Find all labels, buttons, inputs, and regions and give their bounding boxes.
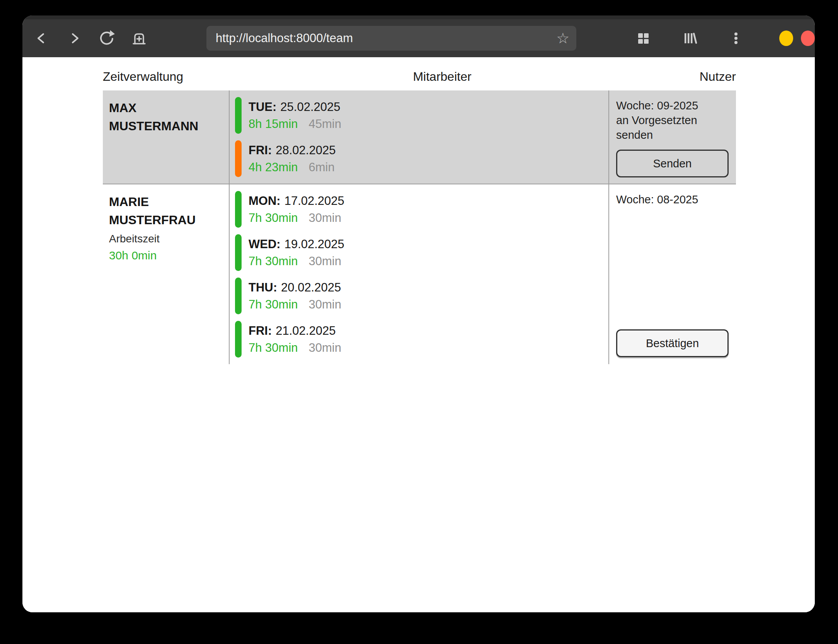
time-entries-cell: MON:17.02.2025 7h 30min30min WED:19.02.2…: [229, 184, 608, 364]
nav-item-zeitverwaltung[interactable]: Zeitverwaltung: [103, 70, 183, 84]
work-time: 7h 30min: [249, 341, 298, 354]
work-time: 7h 30min: [249, 254, 298, 268]
library-icon: [680, 29, 699, 48]
entry-times-line: 4h 23min6min: [249, 159, 336, 176]
worktime-total: 30h 0min: [109, 249, 223, 262]
entry-date: 28.02.2025: [276, 143, 336, 157]
time-entry: TUE:25.02.2025 8h 15min45min: [235, 97, 608, 134]
employee-table: MAX MUSTERMANN TUE:25.02.2025 8h 15min45…: [103, 90, 736, 364]
employee-name-line: MARIE: [109, 193, 223, 211]
entry-text: MON:17.02.2025 7h 30min30min: [249, 191, 344, 228]
break-time: 30min: [309, 298, 341, 311]
forward-button[interactable]: [65, 29, 83, 48]
time-entries-cell: TUE:25.02.2025 8h 15min45min FRI:28.02.2…: [229, 90, 608, 184]
employee-name-line: MUSTERMANN: [109, 117, 223, 135]
entry-day-label: WED:: [249, 237, 281, 251]
table-row-max-mustermann: MAX MUSTERMANN TUE:25.02.2025 8h 15min45…: [103, 90, 736, 184]
entry-date-line: MON:17.02.2025: [249, 193, 344, 210]
week-action-cell: Woche: 09-2025 an Vorgesetzten senden Se…: [608, 90, 736, 184]
url-text[interactable]: http://localhost:8000/team: [216, 31, 552, 45]
break-time: 45min: [309, 117, 341, 131]
table-row-marie-musterfrau: MARIE MUSTERFRAU Arbeitszeit 30h 0min MO…: [103, 184, 736, 364]
entry-times-line: 7h 30min30min: [249, 253, 344, 270]
entry-times-line: 8h 15min45min: [249, 116, 341, 133]
chevron-left-icon: [32, 29, 51, 48]
bookmark-star-icon[interactable]: ☆: [556, 31, 569, 46]
break-time: 6min: [309, 160, 335, 174]
entry-date: 20.02.2025: [281, 281, 341, 294]
week-label: Woche: 09-2025: [616, 98, 729, 113]
entry-day-label: MON:: [249, 194, 281, 208]
time-entry: FRI:21.02.2025 7h 30min30min: [235, 321, 608, 358]
entry-times-line: 7h 30min30min: [249, 210, 344, 227]
employee-name-cell: MARIE MUSTERFRAU Arbeitszeit 30h 0min: [103, 184, 229, 364]
entry-day-label: THU:: [249, 281, 277, 294]
entry-day-label: FRI:: [249, 143, 272, 157]
break-time: 30min: [309, 254, 341, 268]
browser-window: http://localhost:8000/team ☆: [22, 15, 815, 612]
entry-text: FRI:21.02.2025 7h 30min30min: [249, 321, 341, 358]
back-button[interactable]: [32, 29, 51, 48]
new-tab-button[interactable]: [130, 29, 148, 48]
library-button[interactable]: [680, 29, 699, 48]
time-entry: WED:19.02.2025 7h 30min30min: [235, 234, 608, 271]
tab-plus-icon: [130, 29, 148, 48]
address-bar[interactable]: http://localhost:8000/team ☆: [206, 26, 576, 51]
employee-name-cell: MAX MUSTERMANN: [103, 90, 229, 184]
team-page: Zeitverwaltung Mitarbeiter Nutzer MAX MU…: [22, 57, 815, 612]
entry-date: 21.02.2025: [276, 324, 336, 337]
reload-icon: [97, 29, 116, 48]
entry-date: 25.02.2025: [280, 100, 340, 114]
break-time: 30min: [309, 341, 341, 354]
time-entry: FRI:28.02.2025 4h 23min6min: [235, 140, 608, 177]
time-entry: THU:20.02.2025 7h 30min30min: [235, 278, 608, 314]
bestaetigen-button[interactable]: Bestätigen: [616, 329, 729, 357]
browser-toolbar: http://localhost:8000/team ☆: [22, 15, 815, 57]
status-bar: [235, 278, 242, 314]
entry-day-label: FRI:: [249, 324, 272, 337]
employee-name-line: MUSTERFRAU: [109, 211, 223, 229]
week-label: senden: [616, 128, 729, 142]
work-time: 7h 30min: [249, 298, 298, 311]
entry-text: THU:20.02.2025 7h 30min30min: [249, 278, 341, 314]
kebab-menu-icon: [727, 29, 745, 48]
entry-day-label: TUE:: [249, 100, 276, 114]
close-window-button[interactable]: [801, 31, 815, 46]
minimize-window-button[interactable]: [779, 31, 793, 46]
entry-date-line: TUE:25.02.2025: [249, 99, 341, 116]
entry-times-line: 7h 30min30min: [249, 339, 341, 356]
status-bar: [235, 321, 242, 358]
week-label: Woche: 08-2025: [616, 192, 729, 207]
entry-text: WED:19.02.2025 7h 30min30min: [249, 234, 344, 271]
work-time: 8h 15min: [249, 117, 298, 131]
extensions-grid-icon: [634, 29, 652, 48]
extensions-button[interactable]: [634, 29, 652, 48]
week-label: an Vorgesetzten: [616, 113, 729, 128]
status-bar: [235, 140, 242, 177]
work-time: 7h 30min: [249, 211, 298, 225]
senden-button[interactable]: Senden: [616, 150, 729, 177]
reload-button[interactable]: [97, 29, 116, 48]
menu-button[interactable]: [727, 29, 745, 48]
employee-name-line: MAX: [109, 99, 223, 117]
worktime-label: Arbeitszeit: [109, 233, 223, 245]
entry-date-line: FRI:28.02.2025: [249, 142, 336, 159]
nav-item-mitarbeiter[interactable]: Mitarbeiter: [413, 70, 471, 84]
entry-text: FRI:28.02.2025 4h 23min6min: [249, 140, 336, 177]
entry-text: TUE:25.02.2025 8h 15min45min: [249, 97, 341, 134]
chevron-right-icon: [65, 29, 83, 48]
entry-date: 17.02.2025: [284, 194, 344, 208]
week-action-cell: Woche: 08-2025 Bestätigen: [608, 184, 736, 364]
status-bar: [235, 191, 242, 228]
entry-date-line: WED:19.02.2025: [249, 236, 344, 253]
entry-date-line: FRI:21.02.2025: [249, 322, 341, 339]
work-time: 4h 23min: [249, 160, 298, 174]
break-time: 30min: [309, 211, 341, 225]
status-bar: [235, 97, 242, 134]
status-bar: [235, 234, 242, 271]
nav-item-nutzer[interactable]: Nutzer: [700, 70, 736, 84]
entry-date: 19.02.2025: [284, 237, 344, 251]
entry-date-line: THU:20.02.2025: [249, 279, 341, 296]
entry-times-line: 7h 30min30min: [249, 296, 341, 313]
time-entry: MON:17.02.2025 7h 30min30min: [235, 191, 608, 228]
